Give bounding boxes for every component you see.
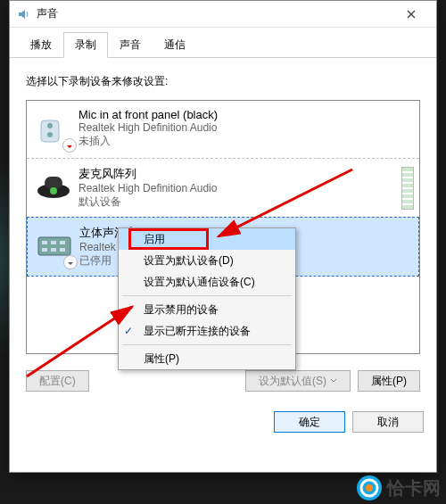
ctx-show-disconnected[interactable]: ✓ 显示已断开连接的设备 bbox=[119, 320, 295, 342]
window-title: 声音 bbox=[37, 6, 393, 21]
disabled-badge-icon bbox=[63, 255, 78, 269]
svg-rect-6 bbox=[38, 237, 70, 255]
svg-point-2 bbox=[47, 132, 53, 137]
ctx-show-disabled[interactable]: ✓ 显示禁用的设备 bbox=[119, 299, 295, 320]
close-button[interactable] bbox=[393, 1, 429, 28]
svg-point-1 bbox=[47, 123, 53, 128]
tab-recording[interactable]: 录制 bbox=[63, 32, 108, 58]
svg-rect-10 bbox=[42, 248, 47, 252]
device-item[interactable]: Mic in at front panel (black) Realtek Hi… bbox=[27, 101, 419, 158]
ctx-set-default[interactable]: 设置为默认设备(D) bbox=[119, 250, 295, 271]
chevron-down-icon bbox=[330, 375, 337, 387]
mic-jack-icon bbox=[32, 108, 75, 151]
svg-point-5 bbox=[50, 187, 57, 194]
ctx-enable[interactable]: 启用 bbox=[119, 228, 295, 250]
tab-playback[interactable]: 播放 bbox=[19, 32, 63, 58]
ctx-properties[interactable]: 属性(P) bbox=[119, 348, 295, 369]
speaker-icon bbox=[17, 7, 31, 21]
set-default-label: 设为默认值(S) bbox=[259, 374, 326, 389]
device-driver: Realtek High Definition Audio bbox=[78, 182, 396, 194]
svg-rect-11 bbox=[51, 248, 56, 252]
device-name: 麦克风阵列 bbox=[78, 166, 396, 182]
watermark: 恰卡网 bbox=[357, 475, 441, 500]
check-icon: ✓ bbox=[124, 325, 133, 337]
device-status: 默认设备 bbox=[78, 194, 396, 210]
watermark-text: 恰卡网 bbox=[387, 476, 441, 500]
device-status: 未插入 bbox=[78, 134, 414, 149]
instruction-text: 选择以下录制设备来修改设置: bbox=[26, 74, 420, 89]
ctx-label: 显示禁用的设备 bbox=[144, 302, 219, 318]
svg-rect-7 bbox=[42, 241, 47, 244]
level-meter bbox=[401, 167, 414, 210]
titlebar: 声音 bbox=[10, 1, 436, 28]
unplugged-badge-icon bbox=[62, 138, 77, 153]
ok-button[interactable]: 确定 bbox=[274, 411, 345, 433]
device-name: Mic in at front panel (black) bbox=[78, 108, 414, 121]
menu-separator bbox=[122, 295, 292, 296]
tab-sounds[interactable]: 声音 bbox=[108, 32, 153, 58]
watermark-logo-icon bbox=[357, 475, 382, 500]
menu-separator bbox=[122, 344, 292, 345]
mic-array-icon bbox=[32, 166, 75, 209]
device-item[interactable]: 麦克风阵列 Realtek High Definition Audio 默认设备 bbox=[27, 158, 419, 217]
set-default-button[interactable]: 设为默认值(S) bbox=[245, 370, 351, 392]
svg-rect-8 bbox=[51, 241, 56, 244]
cancel-button[interactable]: 取消 bbox=[352, 411, 424, 433]
check-icon: ✓ bbox=[124, 303, 133, 316]
ctx-set-default-comm[interactable]: 设置为默认通信设备(C) bbox=[119, 271, 295, 293]
svg-rect-9 bbox=[60, 241, 65, 244]
stereo-mix-icon bbox=[33, 225, 76, 268]
configure-button[interactable]: 配置(C) bbox=[26, 370, 89, 392]
tab-communications[interactable]: 通信 bbox=[153, 32, 197, 58]
svg-rect-4 bbox=[45, 177, 62, 189]
svg-point-16 bbox=[366, 484, 373, 492]
device-driver: Realtek High Definition Audio bbox=[78, 121, 414, 134]
tab-strip: 播放 录制 声音 通信 bbox=[10, 28, 436, 58]
context-menu: 启用 设置为默认设备(D) 设置为默认通信设备(C) ✓ 显示禁用的设备 ✓ 显… bbox=[118, 227, 296, 370]
svg-rect-12 bbox=[60, 248, 65, 252]
ctx-label: 显示已断开连接的设备 bbox=[144, 324, 251, 339]
properties-button[interactable]: 属性(P) bbox=[358, 370, 420, 392]
